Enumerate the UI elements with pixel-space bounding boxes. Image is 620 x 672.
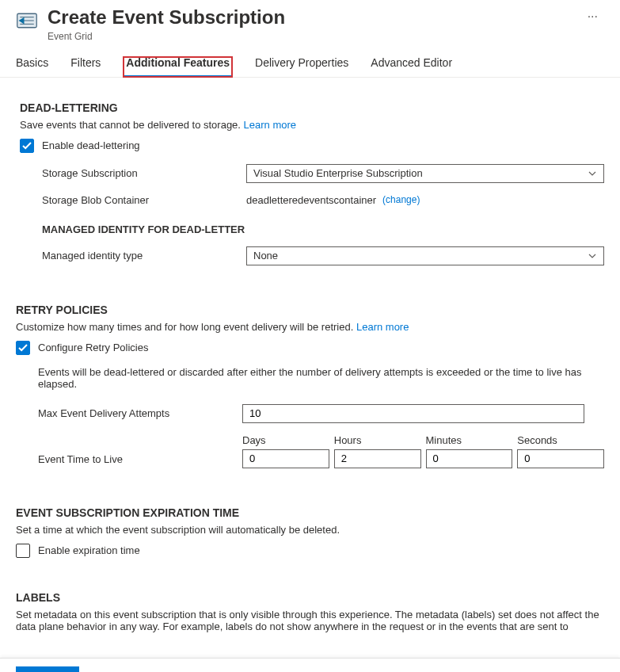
retry-desc: Customize how many times and for how lon… (16, 321, 604, 333)
labels-desc: Set metadata on this event subscription … (16, 609, 604, 634)
section-dead-lettering: DEAD-LETTERING Save events that cannot b… (20, 101, 604, 265)
storage-subscription-select[interactable]: Visual Studio Enterprise Subscription (246, 164, 604, 183)
ttl-seconds-label: Seconds (517, 434, 604, 446)
enable-dead-lettering-label: Enable dead-lettering (42, 139, 140, 151)
tab-advanced-editor[interactable]: Advanced Editor (371, 56, 452, 77)
max-attempts-label: Max Event Delivery Attempts (38, 407, 242, 419)
tab-bar: Basics Filters Additional Features Deliv… (0, 45, 620, 78)
footer-bar: Create (0, 658, 620, 672)
chevron-down-icon (588, 251, 597, 261)
ttl-minutes-input[interactable] (426, 449, 513, 468)
configure-retry-label: Configure Retry Policies (38, 342, 148, 353)
eventgrid-service-icon (16, 10, 38, 32)
ttl-label: Event Time to Live (38, 453, 242, 468)
managed-identity-type-select[interactable]: None (246, 246, 604, 265)
page-title: Create Event Subscription (48, 6, 572, 29)
tab-basics[interactable]: Basics (16, 56, 48, 77)
ttl-days-input[interactable] (242, 449, 329, 468)
ttl-hours-label: Hours (334, 434, 421, 446)
storage-blob-container-value: deadletteredeventscontainer (246, 194, 376, 206)
storage-blob-container-label: Storage Blob Container (42, 194, 246, 206)
retry-info-text: Events will be dead-lettered or discarde… (38, 366, 604, 390)
dead-lettering-desc: Save events that cannot be delivered to … (20, 119, 604, 131)
configure-retry-checkbox[interactable] (16, 341, 30, 355)
retry-learn-more-link[interactable]: Learn more (356, 321, 409, 333)
chevron-down-icon (588, 169, 597, 178)
expiration-desc: Set a time at which the event subscripti… (16, 524, 604, 536)
expiration-title: EVENT SUBSCRIPTION EXPIRATION TIME (16, 506, 604, 519)
section-expiration: EVENT SUBSCRIPTION EXPIRATION TIME Set a… (16, 506, 604, 558)
page-subtitle: Event Grid (48, 31, 572, 42)
tab-delivery-properties[interactable]: Delivery Properties (255, 56, 348, 77)
managed-identity-type-label: Managed identity type (42, 250, 246, 262)
section-labels: LABELS Set metadata on this event subscr… (16, 591, 604, 634)
more-actions-icon[interactable]: ··· (581, 6, 604, 27)
ttl-days-label: Days (242, 434, 329, 446)
tab-filters[interactable]: Filters (70, 56, 101, 77)
dead-lettering-learn-more-link[interactable]: Learn more (244, 119, 296, 131)
labels-title: LABELS (16, 591, 604, 604)
ttl-hours-input[interactable] (334, 449, 421, 468)
section-retry-policies: RETRY POLICIES Customize how many times … (16, 304, 604, 468)
tab-additional-features[interactable]: Additional Features (123, 56, 233, 78)
create-button[interactable]: Create (16, 666, 79, 672)
managed-identity-heading: MANAGED IDENTITY FOR DEAD-LETTER (42, 223, 604, 235)
enable-expiration-label: Enable expiration time (38, 544, 140, 556)
retry-title: RETRY POLICIES (16, 304, 604, 316)
storage-blob-change-link[interactable]: (change) (382, 194, 420, 205)
enable-dead-lettering-checkbox[interactable] (20, 139, 34, 153)
ttl-seconds-input[interactable] (517, 449, 604, 468)
enable-expiration-checkbox[interactable] (16, 544, 30, 558)
max-attempts-input[interactable] (242, 404, 584, 423)
ttl-minutes-label: Minutes (426, 434, 513, 446)
dead-lettering-title: DEAD-LETTERING (20, 101, 604, 114)
storage-subscription-label: Storage Subscription (42, 167, 246, 179)
